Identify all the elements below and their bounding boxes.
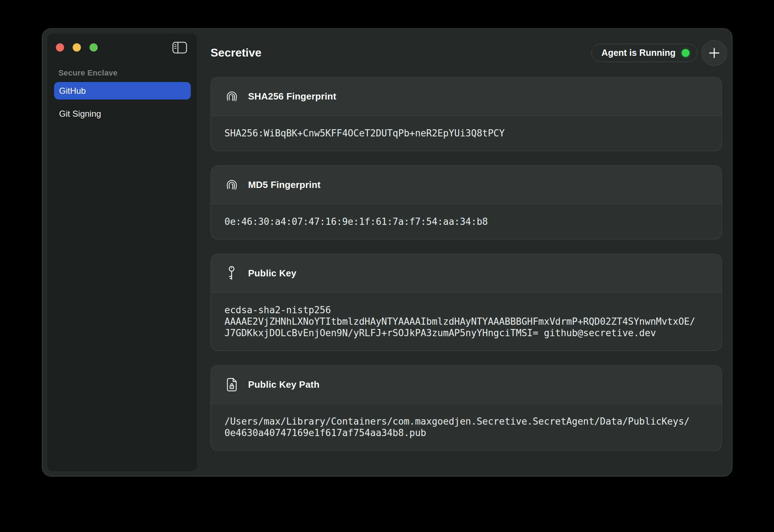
md5-fingerprint-card: MD5 Fingerprint 0e:46:30:a4:07:47:16:9e:… [211,165,722,240]
sidebar-item-git-signing[interactable]: Git Signing [54,105,191,122]
agent-status-label: Agent is Running [601,48,676,58]
card-header: SHA256 Fingerprint [211,77,722,116]
card-header: Public Key Path [211,366,722,404]
sha256-fingerprint-card: SHA256 Fingerprint SHA256:WiBqBK+Cnw5KFF… [211,77,722,151]
card-header: MD5 Fingerprint [211,166,722,204]
doc-lock-icon [224,378,239,392]
add-key-button[interactable] [701,40,727,66]
page-title: Secretive [211,46,261,59]
public-key-card: Public Key ecdsa-sha2-nistp256 AAAAE2VjZ… [211,254,722,351]
key-icon [224,266,239,281]
public-key-path-line: 0e4630a40747169e1f617af754aa34b8.pub [224,427,708,439]
key-detail-cards: SHA256 Fingerprint SHA256:WiBqBK+Cnw5KFF… [211,77,722,451]
sidebar-item-label: Git Signing [59,109,101,119]
sidebar-item-github[interactable]: GitHub [54,82,191,100]
plus-icon [708,47,721,59]
md5-value: 0e:46:30:a4:07:47:16:9e:1f:61:7a:f7:54:a… [224,216,708,227]
card-title: Public Key Path [248,379,320,390]
main-content: Secretive Agent is Running [211,29,732,476]
zoom-button[interactable] [90,43,98,52]
app-window: Secure Enclave GitHub Git Signing Secret… [42,28,732,477]
agent-status-button[interactable]: Agent is Running [591,44,697,62]
card-title: Public Key [248,268,296,279]
minimize-button[interactable] [73,43,81,52]
sidebar: Secure Enclave GitHub Git Signing [47,33,197,471]
sidebar-section-label: Secure Enclave [58,68,117,78]
sidebar-toggle-icon [172,42,187,54]
public-key-path-card: Public Key Path /Users/max/Library/Conta… [211,365,722,451]
card-title: SHA256 Fingerprint [248,91,336,102]
public-key-line: ecdsa-sha2-nistp256 [224,304,708,316]
agent-status-dot-icon [682,49,690,57]
card-value: /Users/max/Library/Containers/com.maxgoe… [211,404,722,450]
public-key-line: J7GDKkxjDOLcBvEnjOen9N/yRLFJ+rSOJkPA3zum… [224,327,708,339]
card-value: ecdsa-sha2-nistp256 AAAAE2VjZHNhLXNoYTIt… [211,292,722,350]
card-value: 0e:46:30:a4:07:47:16:9e:1f:61:7a:f7:54:a… [211,204,722,239]
public-key-path-line: /Users/max/Library/Containers/com.maxgoe… [224,416,708,427]
toolbar: Secretive Agent is Running [211,29,727,77]
sha256-value: SHA256:WiBqBK+Cnw5KFF4OCeT2DUTqPb+neR2Ep… [224,127,708,139]
traffic-lights [56,43,98,52]
fingerprint-icon [224,178,239,192]
card-title: MD5 Fingerprint [248,179,320,190]
fingerprint-icon [224,90,239,103]
sidebar-item-label: GitHub [59,86,86,96]
close-button[interactable] [56,43,64,52]
public-key-line: AAAAE2VjZHNhLXNoYTItbmlzdHAyNTYAAAAIbmlz… [224,316,708,327]
sidebar-toggle-button[interactable] [172,41,188,54]
card-header: Public Key [211,254,722,292]
card-value: SHA256:WiBqBK+Cnw5KFF4OCeT2DUTqPb+neR2Ep… [211,116,722,151]
